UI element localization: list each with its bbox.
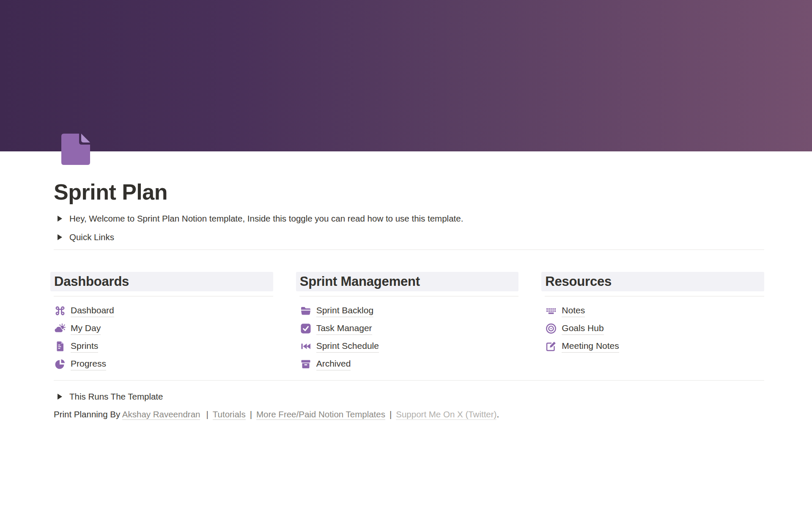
column-heading-label: Sprint Management — [300, 274, 420, 289]
link-item-sprint-schedule[interactable]: Sprint Schedule — [299, 337, 519, 355]
footer-separator: | — [390, 409, 392, 419]
column-heading-sprint-management: Sprint Management — [296, 272, 519, 291]
footer-separator: | — [250, 409, 252, 419]
toggle-arrow-icon[interactable] — [58, 216, 62, 222]
link-item-archived[interactable]: Archived — [299, 355, 519, 373]
toggle-arrow-icon[interactable] — [58, 394, 62, 400]
link-label[interactable]: Task Manager — [316, 323, 372, 335]
link-item-sprint-backlog[interactable]: Sprint Backlog — [299, 302, 519, 320]
link-label[interactable]: My Day — [71, 323, 101, 335]
link-label[interactable]: Sprint Schedule — [316, 340, 379, 353]
toggle-welcome[interactable]: Hey, Welcome to Sprint Plan Notion templ… — [54, 209, 764, 228]
link-columns: Dashboards Dashboard — [54, 272, 764, 373]
footer-prefix: Print Planning By — [54, 409, 122, 419]
target-icon — [545, 323, 557, 334]
link-label[interactable]: Sprints — [71, 340, 98, 353]
footer-link-twitter[interactable]: Support Me On X (Twitter) — [396, 409, 497, 420]
divider — [54, 249, 764, 250]
footer-credits: Print Planning By Akshay Raveendran|Tuto… — [54, 408, 764, 421]
toggle-quick-links-label: Quick Links — [69, 231, 114, 243]
footer-separator: | — [206, 409, 208, 419]
link-item-task-manager[interactable]: Task Manager — [299, 320, 519, 337]
link-item-sprints[interactable]: Sprints — [54, 337, 273, 355]
link-label[interactable]: Notes — [562, 305, 585, 317]
column-heading-resources: Resources — [541, 272, 764, 291]
rewind-icon — [300, 340, 312, 352]
link-item-progress[interactable]: Progress — [54, 355, 273, 373]
toggle-arrow-icon[interactable] — [58, 234, 62, 240]
footer-suffix: . — [497, 409, 499, 419]
archive-box-icon — [300, 358, 312, 370]
edit-square-icon — [545, 340, 557, 352]
column-heading-label: Resources — [545, 274, 612, 289]
footer-link-author[interactable]: Akshay Raveendran — [122, 409, 200, 420]
divider — [545, 296, 764, 296]
pie-chart-icon — [54, 358, 66, 370]
footer-link-tutorials[interactable]: Tutorials — [213, 409, 246, 420]
sun-behind-cloud-icon — [54, 323, 66, 334]
toggle-welcome-label: Hey, Welcome to Sprint Plan Notion templ… — [69, 213, 463, 225]
toggle-this-runs-the-template[interactable]: This Runs The Template — [54, 387, 764, 406]
link-item-goals-hub[interactable]: Goals Hub — [545, 320, 764, 337]
divider — [54, 296, 273, 296]
link-item-notes[interactable]: Notes — [545, 302, 764, 320]
column-sprint-management: Sprint Management Sprint Backlog — [299, 272, 519, 373]
link-label[interactable]: Progress — [71, 358, 106, 370]
toggle-quick-links[interactable]: Quick Links — [54, 228, 764, 247]
page-body: Sprint Plan Hey, Welcome to Sprint Plan … — [54, 0, 764, 421]
link-label[interactable]: Archived — [316, 358, 351, 370]
link-label[interactable]: Goals Hub — [562, 323, 604, 335]
link-label[interactable]: Dashboard — [71, 305, 114, 317]
divider — [54, 380, 764, 381]
link-item-meeting-notes[interactable]: Meeting Notes — [545, 337, 764, 355]
keyboard-icon — [545, 305, 557, 317]
link-item-my-day[interactable]: My Day — [54, 320, 273, 337]
column-dashboards: Dashboards Dashboard — [54, 272, 273, 373]
folder-icon — [300, 305, 312, 317]
footer-link-templates[interactable]: More Free/Paid Notion Templates — [256, 409, 385, 420]
column-heading-dashboards: Dashboards — [50, 272, 273, 291]
page-title[interactable]: Sprint Plan — [54, 0, 764, 205]
page-lines-icon — [54, 340, 66, 352]
toggle-runs-template-label: This Runs The Template — [69, 391, 163, 403]
column-heading-label: Dashboards — [54, 274, 129, 289]
command-icon — [54, 305, 66, 317]
divider — [299, 296, 519, 296]
column-resources: Resources — [545, 272, 764, 373]
link-label[interactable]: Meeting Notes — [562, 340, 619, 353]
checked-checkbox-icon — [300, 323, 312, 334]
link-item-dashboard[interactable]: Dashboard — [54, 302, 273, 320]
link-label[interactable]: Sprint Backlog — [316, 305, 373, 317]
